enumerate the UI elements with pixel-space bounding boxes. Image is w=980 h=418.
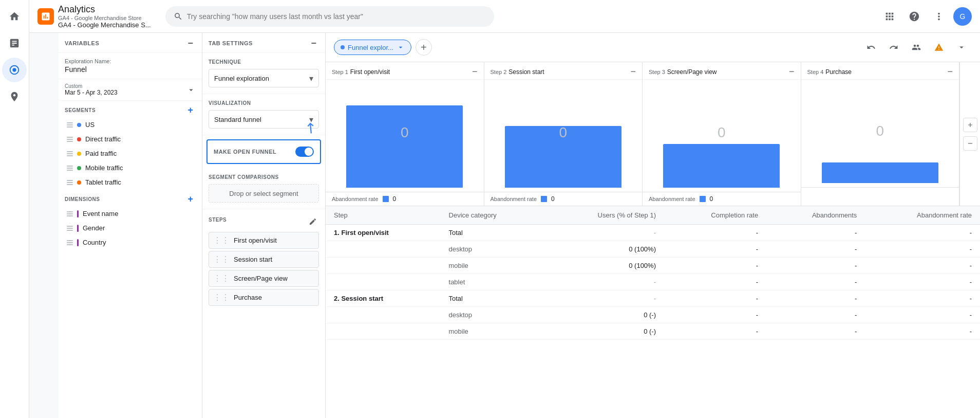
users-cell: 0 (100%): [544, 241, 664, 258]
custom-date-section[interactable]: Custom Mar 5 - Apr 3, 2023: [59, 79, 202, 101]
make-open-funnel-toggle[interactable]: [295, 147, 314, 157]
dimension-event-name[interactable]: Event name: [61, 207, 200, 221]
step-session-start[interactable]: ⋮⋮ Session start: [209, 251, 319, 268]
steps-header: STEPS: [209, 215, 319, 228]
step-4-minus-btn[interactable]: −: [947, 66, 953, 77]
users-button[interactable]: [906, 37, 927, 58]
right-panel: Funnel explor... +: [326, 33, 980, 418]
users-cell: 0 (-): [544, 323, 664, 340]
segment-direct-traffic[interactable]: Direct traffic: [61, 132, 200, 146]
tab-settings-minimize-btn[interactable]: −: [309, 38, 319, 48]
table-header-row: Step Device category Users (% of Step 1)…: [326, 206, 980, 225]
funnel-tab[interactable]: Funnel explor...: [334, 40, 411, 55]
step-purchase[interactable]: ⋮⋮ Purchase: [209, 289, 319, 306]
chevron-down-icon: [186, 85, 196, 95]
users-cell: 0 (-): [544, 307, 664, 323]
avatar[interactable]: G: [953, 7, 972, 26]
step-4-header: Step 4 Purchase −: [801, 62, 959, 80]
visualization-value: Standard funnel: [214, 116, 261, 123]
visualization-label: Visualization: [209, 100, 319, 106]
device-category-cell: mobile: [441, 323, 544, 340]
help-button[interactable]: [904, 6, 925, 27]
step-4-num: Step 4: [807, 69, 824, 75]
apps-button[interactable]: [879, 6, 900, 27]
segment-tablet-traffic[interactable]: Tablet traffic: [61, 175, 200, 189]
alert-button[interactable]: [929, 37, 949, 58]
dim-bar: [77, 210, 79, 217]
step-4-bar-area: 0: [801, 80, 959, 187]
nav-explore[interactable]: [2, 58, 27, 82]
segment-comparisons-section: SEGMENT COMPARISONS Drop or select segme…: [202, 168, 325, 209]
segment-label: Paid traffic: [85, 150, 117, 157]
steps-section: STEPS ⋮⋮ First open/visit ⋮⋮ Session sta…: [202, 209, 325, 314]
step-1-minus-btn[interactable]: −: [472, 66, 478, 77]
nav-advertising[interactable]: [2, 84, 27, 109]
completion-cell: -: [664, 290, 766, 307]
completion-cell: -: [664, 323, 766, 340]
segment-paid-traffic[interactable]: Paid traffic: [61, 147, 200, 160]
step-label: 2. Session start: [334, 295, 383, 302]
variables-minimize-btn[interactable]: −: [185, 38, 196, 48]
step-first-open[interactable]: ⋮⋮ First open/visit: [209, 232, 319, 249]
variables-panel-header: Variables −: [59, 33, 202, 53]
add-tab-button[interactable]: +: [416, 39, 432, 56]
users-cell: -: [544, 290, 664, 307]
nav-home[interactable]: [2, 4, 27, 29]
search-bar[interactable]: [165, 6, 494, 27]
segment-us[interactable]: US: [61, 118, 200, 132]
zoom-in-button[interactable]: [963, 118, 977, 132]
technique-select[interactable]: Funnel exploration ▾: [209, 69, 319, 87]
nav-rail: [0, 0, 29, 418]
main-layout: Variables − Exploration Name: Funnel Cus…: [59, 33, 980, 418]
step-3-minus-btn[interactable]: −: [789, 66, 795, 77]
expand-more-button[interactable]: [951, 37, 972, 58]
add-dimension-button[interactable]: +: [185, 194, 196, 204]
funnel-tab-dot: [341, 45, 345, 49]
abandonment-rate-cell: -: [865, 225, 980, 241]
redo-button[interactable]: [883, 37, 904, 58]
left-panel: Variables − Exploration Name: Funnel Cus…: [59, 33, 326, 418]
step-label-cell: 1. First open/visit: [326, 225, 441, 241]
technique-section: TECHNIQUE Funnel exploration ▾: [202, 53, 325, 94]
funnel-step-1: Step 1 First open/visit − 0 Abandonment …: [326, 62, 484, 206]
exploration-name-section: Exploration Name: Funnel: [59, 53, 202, 79]
segment-mobile-traffic[interactable]: Mobile traffic: [61, 161, 200, 175]
segment-color-dot: [77, 123, 81, 127]
tab-settings-column: Tab Settings − TECHNIQUE Funnel explorat…: [202, 33, 325, 418]
make-open-funnel-section: MAKE OPEN FUNNEL: [206, 139, 321, 164]
step-2-name: Session start: [508, 68, 544, 76]
nav-reports[interactable]: [2, 31, 27, 56]
undo-button[interactable]: [861, 37, 881, 58]
step-3-bar-area: 0: [643, 80, 801, 192]
steps-edit-button[interactable]: [307, 215, 319, 228]
exploration-name-label: Exploration Name:: [65, 58, 196, 64]
drag-handle: [67, 166, 73, 171]
drop-segment-button[interactable]: Drop or select segment: [209, 184, 319, 203]
device-category-cell: tablet: [441, 274, 544, 290]
dimension-country[interactable]: Country: [61, 235, 200, 249]
completion-cell: -: [664, 258, 766, 274]
device-category-cell: Total: [441, 290, 544, 307]
step-name: Purchase: [234, 294, 314, 301]
exploration-name-value[interactable]: Funnel: [65, 65, 196, 74]
table-row: desktop0 (100%)---: [326, 241, 980, 258]
funnel-step-3: Step 3 Screen/Page view − 0 Abandonment …: [643, 62, 801, 206]
technique-value: Funnel exploration: [214, 75, 269, 82]
more-button[interactable]: [929, 6, 949, 27]
step-drag-handle: ⋮⋮: [213, 235, 230, 245]
users-cell: -: [544, 274, 664, 290]
step-2-minus-btn[interactable]: −: [630, 66, 636, 77]
zoom-out-button[interactable]: [963, 136, 977, 151]
abandonments-cell: -: [766, 307, 865, 323]
add-segment-button[interactable]: +: [185, 105, 196, 115]
segments-section-header: SEGMENTS +: [59, 101, 202, 117]
dimension-gender[interactable]: Gender: [61, 221, 200, 235]
drag-handle: [67, 226, 73, 231]
funnel-data-table: Step Device category Users (% of Step 1)…: [326, 206, 980, 340]
table-row: mobile0 (100%)---: [326, 258, 980, 274]
search-input[interactable]: [187, 12, 486, 21]
step-screen-page-view[interactable]: ⋮⋮ Screen/Page view: [209, 270, 319, 287]
drag-handle: [67, 137, 73, 142]
segment-color-dot: [77, 166, 81, 170]
segments-list: US Direct traffic Paid traffic Mobile tr…: [59, 117, 202, 190]
